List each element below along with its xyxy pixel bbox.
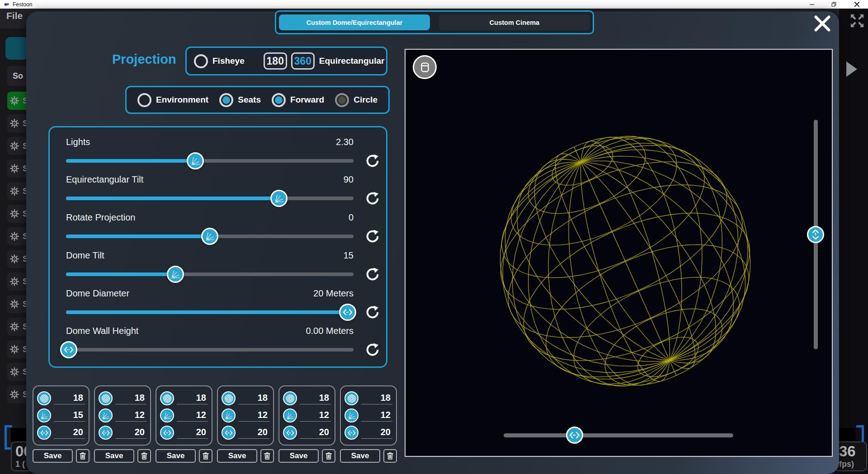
reset-button[interactable] <box>365 229 380 244</box>
tab-bar: Custom Dome/Equirectangular Custom Cinem… <box>275 10 594 34</box>
slider-value: 0 <box>349 212 354 223</box>
file-menu[interactable]: File <box>6 10 23 21</box>
preset-column-3: 18 12 20 Save <box>156 385 212 463</box>
slider-rotate-projection: Rotate Projection 0 <box>66 212 380 244</box>
slider-track[interactable] <box>66 235 354 238</box>
target-icon <box>283 391 297 405</box>
sidebar-item[interactable]: S <box>7 340 28 358</box>
slider-handle[interactable] <box>60 341 77 358</box>
save-button[interactable]: Save <box>94 449 134 463</box>
sidebar-item[interactable]: S <box>7 272 28 291</box>
mode-forward[interactable]: Forward <box>272 93 324 107</box>
mode-circle[interactable]: Circle <box>335 93 377 107</box>
sidebar-item[interactable]: S <box>7 114 28 132</box>
reset-button[interactable] <box>365 154 380 168</box>
save-button[interactable]: Save <box>278 449 319 463</box>
preview-horizontal-slider-track[interactable] <box>504 433 733 437</box>
preset-card-1[interactable]: 18 15 20 <box>33 385 90 446</box>
sidebar-item[interactable]: S <box>7 137 28 155</box>
preset-row: 18 <box>283 391 331 405</box>
mode-seats[interactable]: Seats <box>219 93 261 107</box>
sidebar-header-label: So <box>13 71 23 81</box>
slider-handle[interactable] <box>167 266 184 283</box>
reset-button[interactable] <box>365 343 380 357</box>
preset-row: 15 <box>37 408 85 422</box>
sidebar-item[interactable]: S <box>7 318 28 336</box>
sidebar-item[interactable]: S <box>7 250 28 268</box>
slider-track[interactable] <box>66 348 354 352</box>
preview-vertical-slider-handle[interactable] <box>807 226 824 243</box>
app-title: Festoon <box>13 1 32 8</box>
slider-track[interactable] <box>66 197 354 200</box>
tab-custom-cinema[interactable]: Custom Cinema <box>439 14 590 30</box>
preset-card-2[interactable]: 18 12 20 <box>94 385 151 446</box>
width-arrows-icon <box>283 426 297 440</box>
height-arrows-icon <box>810 229 821 240</box>
preset-row: 12 <box>160 408 208 422</box>
sidebar-teal-button[interactable] <box>5 37 28 60</box>
deg-180-button[interactable]: 180 <box>264 52 287 70</box>
restore-button[interactable] <box>826 0 841 9</box>
reset-button[interactable] <box>365 191 380 206</box>
trash-button[interactable] <box>76 449 90 463</box>
forward-radio[interactable] <box>272 93 286 107</box>
trash-button[interactable] <box>260 449 274 463</box>
slider-handle[interactable] <box>187 152 204 169</box>
sidebar-item[interactable]: S <box>7 363 28 381</box>
trash-button[interactable] <box>199 449 212 463</box>
tilt-fan-icon <box>347 411 356 420</box>
circle-radio[interactable] <box>335 93 349 107</box>
reset-button[interactable] <box>365 305 380 319</box>
preset-value: 12 <box>177 410 208 422</box>
trash-button[interactable] <box>383 449 397 463</box>
environment-radio[interactable] <box>137 93 151 107</box>
mode-environment[interactable]: Environment <box>137 93 208 107</box>
panel-collapse-arrow-icon[interactable] <box>846 61 857 77</box>
window-close-button[interactable] <box>849 0 864 9</box>
preset-card-4[interactable]: 18 12 20 <box>217 385 274 446</box>
modal-close-button[interactable] <box>811 12 834 35</box>
save-button[interactable]: Save <box>340 449 380 463</box>
sidebar-item[interactable]: S <box>7 182 28 200</box>
minimize-button[interactable] <box>804 0 820 9</box>
expand-icon[interactable] <box>848 12 866 30</box>
sidebar-item[interactable]: S <box>7 385 28 404</box>
slider-track[interactable] <box>66 310 354 314</box>
trash-button[interactable] <box>322 449 335 463</box>
seats-radio[interactable] <box>219 93 233 107</box>
timecode-right: 36 <box>839 443 863 460</box>
sidebar-item[interactable]: S <box>7 227 28 245</box>
preset-row: 18 <box>37 391 85 405</box>
timeline-bar-left <box>11 428 28 442</box>
fisheye-radio[interactable] <box>194 54 208 68</box>
save-button[interactable]: Save <box>217 449 257 463</box>
mode-label: Circle <box>354 95 377 105</box>
preset-card-6[interactable]: 18 12 20 <box>340 385 397 446</box>
slider-track[interactable] <box>66 159 354 163</box>
fisheye-label: Fisheye <box>212 56 245 66</box>
deg-360-button[interactable]: 360 <box>291 52 315 70</box>
slider-track[interactable] <box>66 272 354 276</box>
sidebar-item[interactable]: S <box>7 92 28 110</box>
dome-view-button[interactable] <box>413 55 437 79</box>
sidebar-item[interactable]: S <box>7 205 28 223</box>
save-button[interactable]: Save <box>156 449 196 463</box>
trash-button[interactable] <box>137 449 151 463</box>
sidebar-item[interactable]: S <box>7 160 28 178</box>
preset-row: 12 <box>99 408 146 422</box>
slider-handle[interactable] <box>270 190 288 207</box>
trash-icon <box>386 451 395 460</box>
equirectangular-label: Equirectangular <box>319 56 385 66</box>
gear-icon <box>9 322 19 332</box>
save-button[interactable]: Save <box>33 449 73 463</box>
target-icon <box>344 391 359 405</box>
reset-button[interactable] <box>365 267 380 282</box>
slider-handle[interactable] <box>339 304 356 321</box>
preset-card-3[interactable]: 18 12 20 <box>156 385 212 446</box>
tab-custom-dome-equirectangular[interactable]: Custom Dome/Equirectangular <box>279 14 430 30</box>
slider-handle[interactable] <box>201 228 218 245</box>
target-icon <box>40 394 49 403</box>
preset-card-5[interactable]: 18 12 20 <box>278 385 335 446</box>
projection-mode-box: Environment Seats Forward Circle <box>125 86 390 114</box>
sidebar-item[interactable]: S <box>7 295 28 313</box>
